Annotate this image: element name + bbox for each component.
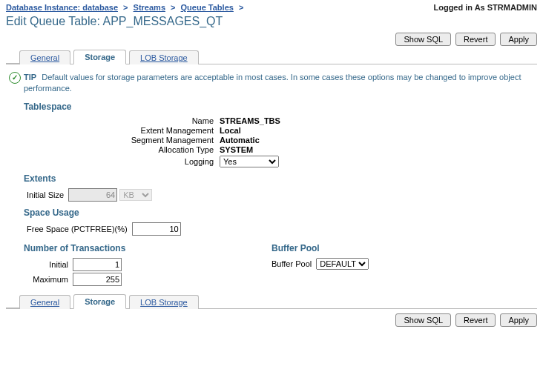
breadcrumb-db-instance[interactable]: Database Instance: database	[6, 3, 118, 12]
tip-label: TIP	[24, 73, 36, 82]
breadcrumb-sep: >	[168, 3, 178, 12]
initial-size-unit-select: KB	[119, 189, 152, 201]
tab-storage-bottom[interactable]: Storage	[73, 294, 126, 309]
section-space-usage: Space Usage	[24, 207, 537, 218]
section-extents: Extents	[24, 173, 537, 184]
section-tablespace: Tablespace	[24, 102, 537, 112]
section-transactions: Number of Transactions	[24, 243, 272, 253]
breadcrumb-queue-tables[interactable]: Queue Tables	[181, 3, 234, 12]
bottom-button-row: Show SQL Revert Apply	[6, 313, 537, 327]
tab-storage[interactable]: Storage	[73, 50, 126, 64]
tip-icon: ✓	[9, 72, 21, 84]
apply-button[interactable]: Apply	[500, 33, 537, 46]
tip-text: Default values for storage parameters ar…	[24, 73, 521, 93]
buffer-pool-select[interactable]: DEFAULT	[316, 258, 369, 270]
trans-max-input[interactable]	[73, 273, 122, 286]
trans-initial-input[interactable]	[73, 258, 122, 271]
alloc-type-value: SYSTEM	[220, 145, 253, 154]
extent-mgmt-value: Local	[220, 126, 241, 135]
trans-initial-label: Initial	[27, 260, 73, 269]
breadcrumb-sep: >	[120, 3, 131, 12]
logging-label: Logging	[6, 157, 220, 166]
tabs-bottom: General Storage LOB Storage	[6, 293, 537, 309]
show-sql-button-bottom[interactable]: Show SQL	[395, 313, 451, 327]
section-buffer-pool: Buffer Pool	[272, 243, 537, 253]
tablespace-name-label: Name	[6, 116, 220, 125]
segment-mgmt-label: Segment Management	[6, 136, 220, 144]
tabs-top: General Storage LOB Storage	[6, 49, 537, 64]
tab-lob-storage-bottom[interactable]: LOB Storage	[129, 295, 199, 309]
tab-general[interactable]: General	[19, 50, 70, 64]
tablespace-name-value: STREAMS_TBS	[220, 116, 280, 125]
top-button-row: Show SQL Revert Apply	[6, 33, 537, 46]
buffer-pool-label: Buffer Pool	[272, 259, 316, 268]
alloc-type-label: Allocation Type	[6, 145, 220, 154]
tab-general-bottom[interactable]: General	[19, 295, 70, 309]
logging-select[interactable]: Yes	[220, 156, 279, 167]
apply-button-bottom[interactable]: Apply	[500, 313, 537, 327]
revert-button[interactable]: Revert	[455, 33, 496, 46]
trans-max-label: Maximum	[27, 275, 73, 284]
pctfree-input[interactable]	[132, 222, 181, 236]
tab-lob-storage[interactable]: LOB Storage	[129, 50, 199, 64]
pctfree-label: Free Space (PCTFREE)(%)	[27, 225, 132, 233]
breadcrumb-sep: >	[236, 3, 246, 12]
extent-mgmt-label: Extent Management	[6, 126, 220, 135]
segment-mgmt-value: Automatic	[220, 136, 260, 144]
page-title: Edit Queue Table: APP_MESSAGES_QT	[6, 15, 537, 28]
initial-size-label: Initial Size	[27, 190, 68, 199]
tip-message: ✓ TIP Default values for storage paramet…	[9, 72, 537, 94]
revert-button-bottom[interactable]: Revert	[455, 313, 496, 327]
show-sql-button[interactable]: Show SQL	[395, 33, 451, 46]
initial-size-input	[68, 188, 117, 202]
breadcrumb: Database Instance: database > Streams > …	[6, 3, 246, 12]
logged-in-label: Logged in As STRMADMIN	[433, 3, 537, 12]
breadcrumb-streams[interactable]: Streams	[134, 3, 165, 12]
